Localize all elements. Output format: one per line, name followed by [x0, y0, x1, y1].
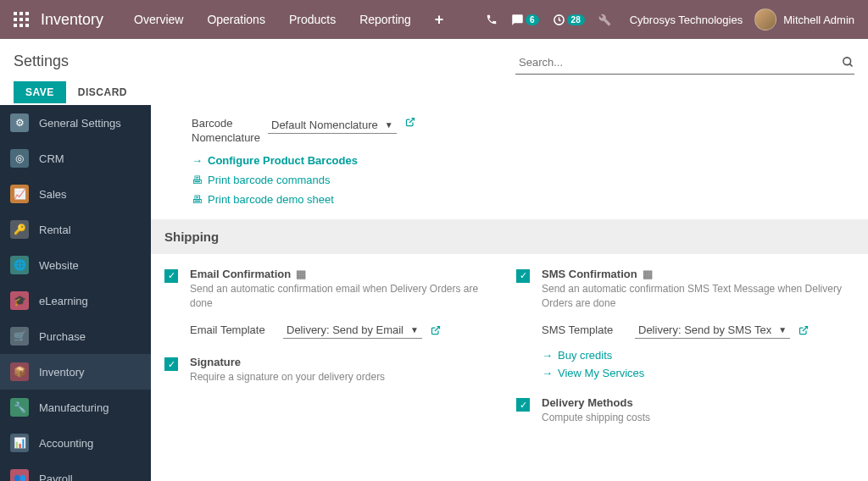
- sidebar-item-label: Accounting: [39, 437, 93, 450]
- print-barcode-commands-link[interactable]: 🖶Print barcode commands: [151, 170, 868, 190]
- apps-grid-icon[interactable]: [14, 12, 29, 27]
- shipping-section-header: Shipping: [151, 219, 868, 254]
- module-icon: ▦: [296, 268, 306, 280]
- phone-icon[interactable]: [486, 14, 498, 25]
- sidebar-item-label: Website: [39, 259, 79, 272]
- barcode-nomenclature-dropdown[interactable]: Default Nomenclature▼: [268, 117, 397, 134]
- sms-confirmation-title: SMS Confirmation: [542, 268, 637, 280]
- email-confirmation-title: Email Confirmation: [190, 268, 291, 280]
- email-template-dropdown[interactable]: Delivery: Send by Email▼: [283, 322, 422, 339]
- delivery-methods-checkbox[interactable]: ✓: [516, 398, 530, 412]
- barcode-nomenclature-label: Barcode Nomenclature: [192, 117, 268, 146]
- settings-sidebar: ⚙General Settings ◎CRM 📈Sales 🔑Rental 🌐W…: [0, 105, 151, 481]
- sidebar-item-label: Payroll: [39, 473, 73, 482]
- chevron-down-icon: ▼: [410, 325, 419, 334]
- sidebar-item-label: Purchase: [39, 330, 86, 343]
- sidebar-item-label: Rental: [39, 224, 71, 236]
- sidebar-item-label: Sales: [39, 188, 67, 201]
- chevron-down-icon: ▼: [778, 325, 787, 334]
- tools-icon[interactable]: [598, 14, 611, 26]
- control-panel: Settings SAVE DISCARD: [0, 39, 868, 105]
- settings-content: Barcode Nomenclature Default Nomenclatur…: [151, 105, 868, 481]
- company-name[interactable]: Cybrosys Technologies: [630, 14, 743, 26]
- sms-confirmation-desc: Send an automatic confirmation SMS Text …: [542, 282, 854, 311]
- svg-line-3: [409, 119, 415, 124]
- discard-button[interactable]: DISCARD: [66, 81, 139, 103]
- external-link-icon[interactable]: [431, 325, 441, 335]
- svg-point-1: [843, 58, 851, 65]
- signature-desc: Require a signature on your delivery ord…: [190, 370, 503, 384]
- configure-product-barcodes-link[interactable]: →Configure Product Barcodes: [151, 151, 868, 170]
- print-icon: 🖶: [192, 193, 203, 206]
- sms-confirmation-checkbox[interactable]: ✓: [516, 269, 530, 283]
- sidebar-item-label: Inventory: [39, 366, 84, 379]
- sidebar-item-sales[interactable]: 📈Sales: [0, 176, 151, 212]
- nav-operations[interactable]: Operations: [195, 0, 276, 39]
- delivery-methods-desc: Compute shipping costs: [542, 411, 854, 425]
- nav-new-icon[interactable]: +: [423, 0, 456, 39]
- sidebar-item-label: CRM: [39, 152, 64, 165]
- sidebar-item-accounting[interactable]: 📊Accounting: [0, 425, 151, 461]
- sidebar-item-crm[interactable]: ◎CRM: [0, 141, 151, 176]
- search-icon[interactable]: [842, 56, 854, 69]
- top-navbar: Inventory Overview Operations Products R…: [0, 0, 868, 39]
- svg-line-2: [849, 64, 852, 66]
- nav-products[interactable]: Products: [277, 0, 348, 39]
- arrow-right-icon: →: [192, 154, 203, 167]
- app-brand[interactable]: Inventory: [41, 11, 103, 29]
- sidebar-item-payroll[interactable]: 👥Payroll: [0, 461, 151, 481]
- email-confirmation-desc: Send an automatic confirmation email whe…: [190, 282, 503, 311]
- sms-template-dropdown[interactable]: Delivery: Send by SMS Tex▼: [635, 322, 790, 339]
- sidebar-item-label: Manufacturing: [39, 401, 108, 414]
- sidebar-item-rental[interactable]: 🔑Rental: [0, 212, 151, 247]
- sidebar-item-manufacturing[interactable]: 🔧Manufacturing: [0, 390, 151, 425]
- nav-overview[interactable]: Overview: [122, 0, 195, 39]
- print-barcode-demo-link[interactable]: 🖶Print barcode demo sheet: [151, 190, 868, 209]
- activity-icon[interactable]: 28: [553, 14, 585, 26]
- external-link-icon[interactable]: [798, 325, 809, 335]
- activity-badge: 28: [567, 14, 585, 25]
- email-confirmation-checkbox[interactable]: ✓: [164, 269, 178, 283]
- chat-badge: 6: [526, 14, 539, 25]
- print-icon: 🖶: [192, 174, 203, 186]
- arrow-right-icon: →: [542, 349, 553, 362]
- external-link-icon[interactable]: [405, 117, 415, 127]
- module-icon: ▦: [643, 268, 653, 280]
- nav-reporting[interactable]: Reporting: [348, 0, 423, 39]
- sidebar-item-label: eLearning: [39, 295, 88, 307]
- svg-line-5: [803, 327, 808, 332]
- sms-template-label: SMS Template: [542, 323, 635, 338]
- chat-icon[interactable]: 6: [511, 14, 539, 26]
- search-box[interactable]: [515, 51, 854, 75]
- sidebar-item-purchase[interactable]: 🛒Purchase: [0, 318, 151, 354]
- arrow-right-icon: →: [542, 367, 553, 379]
- sidebar-item-elearning[interactable]: 🎓eLearning: [0, 283, 151, 318]
- user-name[interactable]: Mitchell Admin: [783, 14, 854, 26]
- svg-line-4: [435, 327, 440, 332]
- avatar[interactable]: [754, 8, 776, 30]
- sidebar-item-general-settings[interactable]: ⚙General Settings: [0, 105, 151, 141]
- email-template-label: Email Template: [190, 323, 283, 338]
- buy-credits-link[interactable]: →Buy credits: [542, 349, 854, 362]
- sidebar-item-label: General Settings: [39, 117, 121, 130]
- signature-checkbox[interactable]: ✓: [164, 357, 178, 371]
- sidebar-item-inventory[interactable]: 📦Inventory: [0, 354, 151, 390]
- delivery-methods-title: Delivery Methods: [542, 396, 633, 409]
- search-input[interactable]: [515, 51, 842, 74]
- sidebar-item-website[interactable]: 🌐Website: [0, 247, 151, 283]
- view-my-services-link[interactable]: →View My Services: [542, 367, 854, 379]
- save-button[interactable]: SAVE: [14, 81, 66, 103]
- chevron-down-icon: ▼: [385, 120, 393, 130]
- signature-title: Signature: [190, 356, 241, 368]
